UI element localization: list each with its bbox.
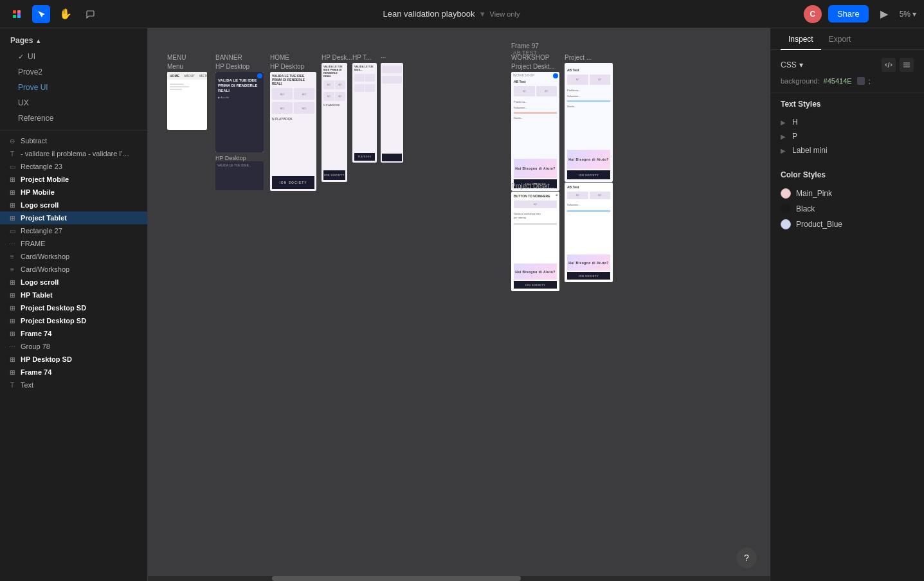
canvas-scrollbar[interactable] [148,576,770,581]
play-button[interactable]: ▶ [875,5,893,23]
css-menu-icon[interactable] [900,58,914,72]
canvas-area[interactable]: MENU Menu HOMEABOUTMETODO BANNER HP Desk… [148,28,770,581]
layer-card-workshop-1[interactable]: ≡ Card/Workshop [0,250,147,263]
layer-frame74-1[interactable]: ⊞ Frame 74 [0,327,147,340]
layer-rect27[interactable]: ▭ Rectangle 27 [0,224,147,237]
layer-card-workshop-2[interactable]: ≡ Card/Workshop [0,263,147,276]
text-style-name-p: P [792,132,797,141]
expand-arrow-h: ▶ [781,119,788,126]
layer-frame74-2[interactable]: ⊞ Frame 74 [0,366,147,379]
frame-box-desktop-b1[interactable]: BUTTON TO NOWHERE A|O Guida ai workshop … [511,192,559,291]
frame-narrow1[interactable]: ··· [381,54,403,163]
tab-inspect[interactable]: Inspect [781,28,821,50]
frame-box-desktop-b2[interactable]: AB Test A|OA|O Soluzione... Hai Bisogno … [565,183,613,282]
layer-rect23[interactable]: ▭ Rectangle 23 [0,160,147,173]
layer-text[interactable]: T Text [0,379,147,391]
layer-hp-desktop-sd[interactable]: ⊞ HP Desktop SD [0,353,147,366]
frame-box-menu[interactable]: HOMEABOUTMETODO [167,72,207,130]
layer-frame[interactable]: ⋯ FRAME [0,237,147,250]
sidebar-item-prove2[interactable]: Prove2 [0,64,147,80]
left-sidebar: Pages ▴ ✓ UI Prove2 Prove UI UX Referenc… [0,28,148,581]
text-style-label-mini[interactable]: ▶ Label mini [781,143,914,157]
tab-export[interactable]: Export [821,28,859,50]
text-style-p[interactable]: ▶ P [781,129,914,143]
color-style-black[interactable]: Black [781,201,914,217]
frame-banner[interactable]: BANNER HP Desktop VALIDA LE TUE IDEE PRI… [215,54,264,190]
share-button[interactable]: Share [828,5,869,22]
frame-home2[interactable]: HP Desk... VALIDA LE TUE IDEE PRIMA DI R… [322,54,352,182]
layer-text-validate[interactable]: T - validare il problema - validare l'id… [0,147,147,160]
frame-label-narrow1: ··· [381,54,386,61]
frame-label-banner: BANNER [215,54,242,61]
frame-label-home: HOME [270,54,289,61]
color-style-main-pink[interactable]: Main_Pink [781,186,914,201]
frame-box-home2[interactable]: VALIDA LE TUE IDEE PRIMA DI RENDERLE REA… [322,63,347,182]
topbar-right: C Share ▶ 5% ▾ [804,5,916,23]
pages-chevron: ▴ [37,37,40,44]
sidebar-item-ui[interactable]: ✓ UI [0,49,147,64]
topbar-center: Lean validation playbook ▾ View only [383,9,520,19]
frame-box-banner2[interactable]: VALIDA LE TUE IDEE... [215,161,264,190]
layer-project-tablet[interactable]: ⊞ Project Tablet [0,211,147,224]
frame-home3[interactable]: HP T... VALIDA LE TUE IDEE... PLAYBOOK [352,54,377,163]
frame-workshop2[interactable]: Project ... AB Test A|OA|O Problema... S… [565,54,613,182]
frame-menu[interactable]: MENU Menu HOMEABOUTMETODO [167,54,207,130]
sidebar-item-reference[interactable]: Reference [0,111,147,126]
css-dropdown-arrow[interactable]: ▾ [799,60,803,69]
frame-box-workshop1[interactable]: WORKSHOP AB Test A|OA|O Problema... Solu… [511,72,559,191]
inspect-tabs: Inspect Export [770,28,924,50]
frame-box-home1[interactable]: VALIDA LE TUE IDEE PRIMA DI RENDERLE REA… [270,72,316,191]
layer-project-desktop-sd2[interactable]: ⊞ Project Desktop SD [0,314,147,327]
css-prop-name: background: [781,77,820,85]
color-style-product-blue[interactable]: Product_Blue [781,217,914,232]
css-code-icon[interactable] [882,58,896,72]
help-button[interactable]: ? [736,548,757,568]
frame-desktop-bottom2[interactable]: AB Test A|OA|O Soluzione... Hai Bisogno … [565,183,613,282]
layer-logo-scroll-2[interactable]: ⊞ Logo scroll [0,276,147,289]
frame-home1[interactable]: HOME HP Desktop VALIDA LE TUE IDEE PRIMA… [270,54,316,191]
hand-tool[interactable]: ✋ [57,5,75,23]
color-styles-title: Color Styles [781,170,914,179]
selection-dot [257,73,262,78]
group-icon: ⋯ [8,343,17,350]
frame-icon: ⊞ [8,202,17,209]
project-title[interactable]: Lean validation playbook [383,9,475,19]
scrollbar-thumb[interactable] [272,576,521,581]
layer-project-mobile[interactable]: ⊞ Project Mobile [0,173,147,186]
frame-box-workshop2[interactable]: AB Test A|OA|O Problema... Soluzione... … [565,63,613,182]
sidebar-item-ux[interactable]: UX [0,95,147,111]
css-label: CSS ▾ [781,60,803,69]
zoom-indicator[interactable]: 5% ▾ [900,10,916,19]
frame-box-banner[interactable]: VALIDA LE TUE IDEE PRIMA DI RENDERLE REA… [215,72,264,152]
figma-logo[interactable] [8,5,26,23]
frame-icon: ⊞ [8,356,17,363]
topbar: ✋ Lean validation playbook ▾ View only C… [0,0,924,28]
frame-workshop1[interactable]: WORKSHOP Project Deskt... WORKSHOP AB Te… [511,54,559,191]
pages-header[interactable]: Pages ▴ [0,28,147,49]
css-section: CSS ▾ background: #45414E ; [770,50,924,93]
cursor-tool[interactable] [32,5,50,23]
layer-project-desktop-sd1[interactable]: ⊞ Project Desktop SD [0,301,147,314]
layer-group78[interactable]: ⋯ Group 78 [0,340,147,353]
frame-icon: ⊞ [8,215,17,222]
frame-icon: ⊞ [8,305,17,312]
frame-sublabel-menu: Menu [167,63,183,70]
text-styles-section: Text Styles ▶ H ▶ P ▶ Label mini [770,93,924,164]
component-icon: ≡ [8,253,17,260]
subtract-icon: ⊖ [8,138,17,145]
sidebar-item-prove-ui[interactable]: Prove UI [0,80,147,95]
frame-desktop-bottom1[interactable]: Project Deskt... BUTTON TO NOWHERE A|O G… [511,183,559,291]
comment-tool[interactable] [81,5,99,23]
svg-rect-2 [13,15,16,18]
layer-hp-tablet[interactable]: ⊞ HP Tablet [0,289,147,301]
svg-point-4 [17,12,21,15]
topbar-left: ✋ [8,5,99,23]
frame-box-home3[interactable]: VALIDA LE TUE IDEE... PLAYBOOK [352,63,377,163]
layer-logo-scroll[interactable]: ⊞ Logo scroll [0,199,147,211]
text-style-h[interactable]: ▶ H [781,115,914,129]
layer-hp-mobile[interactable]: ⊞ HP Mobile [0,186,147,199]
frame-sublabel-hp-t: HP T... [352,54,372,61]
frame-dotted-icon: ⋯ [8,240,17,247]
layer-subtract[interactable]: ⊖ Subtract [0,134,147,147]
frame-box-narrow1[interactable] [381,63,403,163]
